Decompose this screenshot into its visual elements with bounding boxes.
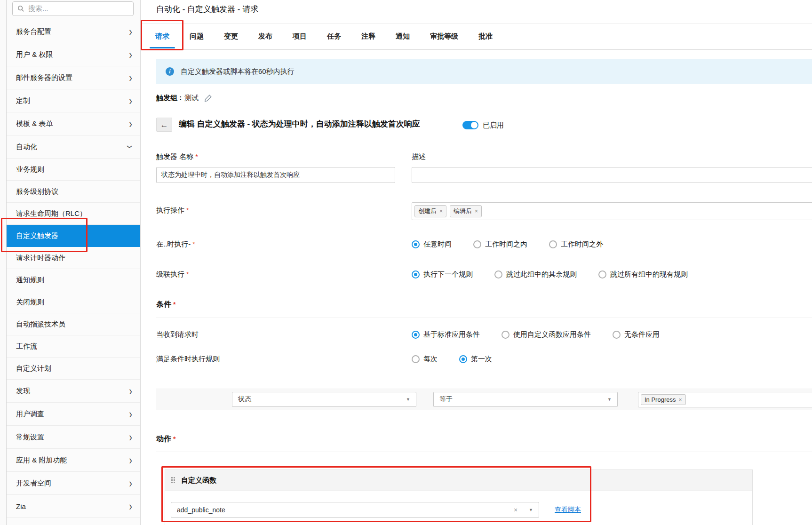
sidebar-item[interactable]: 应用 & 附加功能› (7, 449, 140, 472)
remove-chip-icon[interactable]: × (678, 397, 682, 403)
toggle-knob (471, 122, 478, 128)
execute-on-input[interactable]: 创建后×编辑后× (412, 202, 812, 220)
sidebar-item[interactable]: 模板 & 表单› (7, 112, 140, 135)
radio-option[interactable]: 跳过此组中的其余规则 (494, 270, 577, 279)
sidebar-item[interactable]: 请求计时器动作 (7, 247, 140, 269)
description-input[interactable] (412, 167, 812, 183)
sidebar-item[interactable]: 服务台配置› (7, 20, 140, 43)
sidebar-item[interactable]: 自动化› (7, 135, 140, 159)
radio-selected-icon (412, 270, 420, 278)
sidebar: 搜索... 服务台配置›用户 & 权限›邮件服务器的设置›定制›模板 & 表单›… (0, 0, 141, 525)
trigger-name-label: 触发器 名称* (156, 152, 198, 161)
radio-selected-icon (459, 355, 467, 363)
sidebar-item[interactable]: 常规设置› (7, 426, 140, 449)
tab-项目[interactable]: 项目 (293, 24, 307, 49)
cascade-label: 级联执行* (156, 270, 189, 279)
radio-option[interactable]: 基于标准应用条件 (412, 330, 480, 339)
custom-function-select[interactable]: add_public_note × ▼ (171, 502, 539, 518)
tab-变更[interactable]: 变更 (224, 24, 238, 49)
sidebar-item[interactable]: 请求生命周期（RLC） (7, 203, 140, 225)
sidebar-item[interactable]: 关闭规则 (7, 291, 140, 313)
radio-option[interactable]: 使用自定义函数应用条件 (502, 330, 591, 339)
sidebar-item-label: 模板 & 表单 (16, 119, 129, 128)
drag-handle-icon[interactable] (171, 477, 175, 484)
radio-unselected-icon (494, 270, 502, 278)
execute-when-radios: 任意时间工作时间之内工作时间之外 (412, 239, 603, 249)
condition-operator-select[interactable]: 等于 ▼ (433, 392, 618, 407)
radio-option[interactable]: 每次 (412, 355, 438, 364)
tab-请求[interactable]: 请求 (155, 24, 169, 49)
tab-问题[interactable]: 问题 (190, 24, 204, 49)
radio-unselected-icon (502, 331, 509, 339)
sidebar-item[interactable]: 通知规则 (7, 269, 140, 291)
sidebar-item-label: 定制 (16, 96, 129, 105)
back-arrow-icon: ← (160, 121, 168, 129)
sidebar-item-label: 用户 & 权限 (16, 50, 129, 59)
remove-chip-icon[interactable]: × (475, 208, 478, 214)
execute-rule-when-label: 满足条件时执行规则 (156, 355, 220, 364)
sidebar-item[interactable]: 自定义触发器 (7, 225, 140, 247)
radio-option[interactable]: 执行下一个规则 (412, 270, 473, 279)
condition-value-input[interactable]: In Progress× (638, 392, 812, 407)
chip[interactable]: 创建后× (414, 205, 446, 217)
chevron-right-icon: › (129, 456, 132, 464)
tab-任务[interactable]: 任务 (327, 24, 341, 49)
chevron-down-icon: › (127, 145, 135, 149)
required-asterisk: * (192, 240, 195, 248)
radio-option[interactable]: 工作时间之内 (473, 240, 527, 249)
cascade-radios: 执行下一个规则跳过此组中的其余规则跳过所有组中的现有规则 (412, 269, 688, 279)
tab-发布[interactable]: 发布 (258, 24, 272, 49)
sidebar-item-label: 关闭规则 (16, 298, 132, 307)
chip-label: 创建后 (418, 207, 437, 215)
tab-通知[interactable]: 通知 (396, 24, 410, 49)
radio-label: 工作时间之外 (561, 240, 603, 249)
tab-批准[interactable]: 批准 (478, 24, 493, 49)
sidebar-item[interactable]: Zia› (7, 495, 140, 518)
sidebar-item[interactable]: 发现› (7, 380, 140, 403)
search-input[interactable]: 搜索... (12, 1, 134, 16)
clear-selection-icon[interactable]: × (514, 506, 517, 514)
chevron-down-icon: ▼ (406, 397, 410, 402)
sidebar-item[interactable]: 用户调查› (7, 403, 140, 426)
radio-option[interactable]: 跳过所有组中的现有规则 (598, 270, 688, 279)
chevron-right-icon: › (129, 387, 132, 395)
sidebar-item-label: 自动指派技术员 (16, 320, 132, 329)
trigger-name-input[interactable]: 状态为处理中时，自动添加注释以触发首次响应 (156, 167, 395, 183)
trigger-group-label: 触发组 : (156, 94, 182, 103)
view-script-link[interactable]: 查看脚本 (555, 506, 581, 514)
sidebar-item[interactable]: 开发者空间› (7, 472, 140, 495)
sidebar-item[interactable]: 工作流 (7, 335, 140, 358)
condition-field-select[interactable]: 状态 ▼ (232, 392, 416, 407)
remove-chip-icon[interactable]: × (439, 208, 443, 214)
back-button[interactable]: ← (156, 118, 172, 132)
enabled-toggle[interactable] (462, 121, 478, 129)
sidebar-item[interactable]: 服务级别协议 (7, 181, 140, 203)
sidebar-item[interactable]: 定制› (7, 89, 140, 112)
radio-option[interactable]: 无条件应用 (613, 330, 660, 339)
radio-option[interactable]: 工作时间之外 (549, 240, 603, 249)
sidebar-item[interactable]: 邮件服务器的设置› (7, 66, 140, 89)
condition-operator-value: 等于 (439, 395, 603, 404)
sidebar-item-label: 自动化 (16, 143, 129, 151)
toggle-label: 已启用 (483, 121, 504, 130)
radio-selected-icon (412, 240, 420, 248)
edit-pencil-icon[interactable] (204, 94, 212, 102)
sidebar-item[interactable]: 业务规则 (7, 159, 140, 181)
tab-注释[interactable]: 注释 (361, 24, 375, 49)
required-asterisk: * (195, 153, 198, 160)
chevron-right-icon: › (129, 50, 132, 59)
chip-label: In Progress (645, 396, 676, 403)
sidebar-item[interactable]: 自动指派技术员 (7, 313, 140, 335)
radio-option[interactable]: 任意时间 (412, 240, 452, 249)
chevron-right-icon: › (129, 73, 132, 82)
sidebar-item[interactable]: 用户 & 权限› (7, 43, 140, 66)
sidebar-item[interactable]: 自定义计划 (7, 358, 140, 380)
chip[interactable]: In Progress× (641, 394, 686, 405)
tab-审批等级[interactable]: 审批等级 (430, 24, 458, 49)
custom-function-card: 自定义函数 add_public_note × ▼ 查看脚本 (165, 469, 753, 525)
radio-option[interactable]: 第一次 (459, 355, 492, 364)
sidebar-item-label: 用户调查 (16, 410, 129, 419)
chip[interactable]: 编辑后× (450, 205, 482, 217)
divider (156, 139, 812, 139)
sidebar-item-label: 常规设置 (16, 433, 129, 442)
